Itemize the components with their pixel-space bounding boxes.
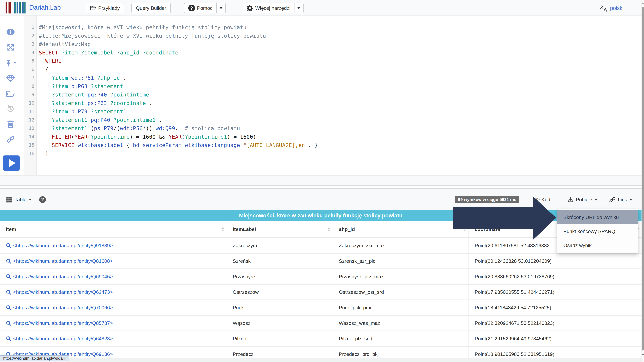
item-link-cell[interactable]: <https://wikihum.lab.dariah.pl/entity/Q6…	[0, 331, 226, 346]
gear-icon	[247, 5, 253, 11]
sparql-code[interactable]: #Miejscowości, które w XVI wieku pełniły…	[39, 16, 642, 175]
column-header-ahp_id[interactable]: ahp_id	[333, 221, 468, 238]
item-link-cell[interactable]: <https://wikihum.lab.dariah.pl/entity/Q8…	[0, 254, 226, 268]
entity-link[interactable]: <https://wikihum.lab.dariah.pl/entity/Q7…	[13, 305, 113, 310]
cell-ahp_id: Pilzno_plz_snd	[333, 331, 468, 346]
line-number: 10	[24, 99, 36, 108]
pin-query-button[interactable]	[5, 58, 16, 68]
chain-link-icon	[6, 136, 15, 143]
item-link-cell[interactable]: <https://wikihum.lab.dariah.pl/entity/Q9…	[0, 238, 226, 253]
line-number: 3	[24, 40, 36, 48]
info-icon	[6, 28, 15, 36]
folder-open-icon	[6, 90, 15, 98]
code-line: ?statement pq:P40 ?pointintime .	[39, 90, 642, 99]
run-query-button[interactable]	[3, 156, 20, 171]
link-button[interactable]: Link	[609, 189, 632, 210]
item-link-cell[interactable]: <https://wikihum.lab.dariah.pl/entity/Q6…	[0, 269, 226, 284]
download-icon	[567, 196, 574, 203]
line-number: 15	[24, 141, 36, 150]
line-number: 9	[24, 90, 36, 99]
cell-itemLabel: Przedecz	[226, 347, 333, 358]
entity-link[interactable]: <https://wikihum.lab.dariah.pl/entity/Q6…	[13, 289, 113, 295]
item-link-cell[interactable]: <https://wikihum.lab.dariah.pl/entity/Q8…	[0, 316, 226, 330]
chevron-down-icon	[629, 199, 632, 200]
download-button[interactable]: Pobierz	[567, 189, 598, 210]
examples-button[interactable]: Przykłady	[86, 3, 124, 13]
sort-icon[interactable]	[328, 227, 330, 232]
cell-itemLabel: Przasnysz	[226, 269, 333, 284]
code-line: #title:Miejscowości, które w XVI wieku p…	[39, 32, 642, 40]
code-line: ?item p:P79 ?statement1.	[39, 107, 642, 116]
code-line: ?item p:P63 ?statement .	[39, 82, 642, 90]
line-number: 6	[24, 65, 36, 74]
query-editor[interactable]: 12345678910111213141516 #Miejscowości, k…	[24, 16, 642, 175]
clear-button[interactable]	[5, 120, 16, 129]
entity-link[interactable]: <https://wikihum.lab.dariah.pl/entity/Q6…	[13, 336, 113, 342]
scroll-up-arrow-icon[interactable]	[642, 2, 644, 4]
magnifier-icon	[6, 336, 12, 342]
item-link-cell[interactable]: <https://wikihum.lab.dariah.pl/entity/Q6…	[0, 285, 226, 300]
gist-share-button[interactable]	[5, 74, 16, 83]
cell-itemLabel: Wąsosz	[226, 316, 333, 330]
table-row: <https://wikihum.lab.dariah.pl/entity/Q8…	[0, 316, 642, 331]
line-number: 16	[24, 150, 36, 158]
table-view-icon	[6, 196, 12, 203]
scroll-down-arrow-icon[interactable]	[642, 354, 644, 356]
column-header-itemLabel[interactable]: itemLabel	[226, 221, 333, 238]
open-query-button[interactable]	[5, 89, 16, 98]
chevron-down-icon	[297, 7, 300, 9]
browser-status-url: https://wikihum.lab.dariah.pl/wdqs/#	[0, 356, 69, 361]
help-dropdown-toggle[interactable]	[216, 3, 226, 13]
entity-link[interactable]: <https://wikihum.lab.dariah.pl/entity/Q8…	[13, 258, 113, 264]
chevron-down-icon	[220, 7, 222, 9]
permalink-button[interactable]	[5, 135, 16, 144]
item-link-cell[interactable]: <https://wikihum.lab.dariah.pl/entity/Q7…	[0, 300, 226, 315]
table-row: <https://wikihum.lab.dariah.pl/entity/Q6…	[0, 285, 642, 300]
cell-itemLabel: Szreńsk	[226, 254, 333, 268]
view-selector[interactable]: Table	[6, 189, 32, 210]
cell-itemLabel: Zakroczym	[226, 238, 333, 253]
view-help-button[interactable]	[39, 189, 46, 210]
magnifier-icon	[6, 243, 12, 248]
more-tools-dropdown-toggle[interactable]	[294, 3, 304, 13]
entity-link[interactable]: <https://wikihum.lab.dariah.pl/entity/Q8…	[13, 320, 113, 326]
entity-link[interactable]: <https://wikihum.lab.dariah.pl/entity/Q9…	[13, 243, 113, 248]
cell-coordinate: Point(20.883660262 53.019738769)	[468, 269, 642, 284]
column-header-item[interactable]: item	[0, 221, 226, 238]
cell-coordinate: Point(18.411843429 54.72125525)	[468, 300, 642, 315]
code-line: ?statement1 (ps:P79/(wdt:P56*)) wd:Q99. …	[39, 124, 642, 132]
help-button[interactable]: Pomoc	[184, 3, 216, 13]
cell-ahp_id: Wasosz_was_maz	[333, 316, 468, 330]
link-label: Link	[618, 197, 627, 202]
line-number: 11	[24, 107, 36, 116]
scrollbar-thumb[interactable]	[642, 6, 644, 350]
history-button[interactable]	[5, 104, 16, 114]
menu-item-3[interactable]: Osadź wynik	[557, 238, 638, 252]
entity-link[interactable]: <https://wikihum.lab.dariah.pl/entity/Q6…	[13, 274, 113, 280]
line-number: 12	[24, 116, 36, 124]
dariah-logo-icon	[6, 2, 26, 14]
logo-stripe	[12, 2, 12, 14]
magnifier-icon	[6, 305, 12, 310]
cell-ahp_id: Szrensk_szr_plc	[333, 254, 468, 268]
cell-ahp_id: Puck_pck_pmr	[333, 300, 468, 315]
cell-coordinate: Point(17.935020555 51.424436271)	[468, 285, 642, 300]
vertical-scrollbar[interactable]	[642, 0, 644, 362]
logo-stripe	[9, 2, 11, 14]
menu-item-2[interactable]: Punkt końcowy SPARQL	[557, 224, 638, 238]
help-split-button: Pomoc	[184, 3, 226, 13]
pushpin-icon	[5, 59, 12, 67]
query-builder-button[interactable]: Query Builder	[132, 3, 171, 13]
magnifier-icon	[6, 258, 12, 264]
bottom-scroll-track[interactable]	[0, 358, 642, 362]
logo-stripe	[6, 2, 7, 14]
more-tools-button[interactable]: Więcej narzędzi	[243, 3, 294, 13]
table-row: <https://wikihum.lab.dariah.pl/entity/Q6…	[0, 269, 642, 285]
language-switcher[interactable]: polski	[600, 4, 624, 12]
fullscreen-button[interactable]	[5, 43, 16, 52]
sort-icon[interactable]	[221, 227, 224, 232]
logo-stripe	[24, 2, 25, 14]
info-button[interactable]	[5, 27, 16, 36]
menu-item-1[interactable]: Skrócony URL do wyniku	[557, 210, 638, 224]
help-icon	[39, 196, 46, 203]
